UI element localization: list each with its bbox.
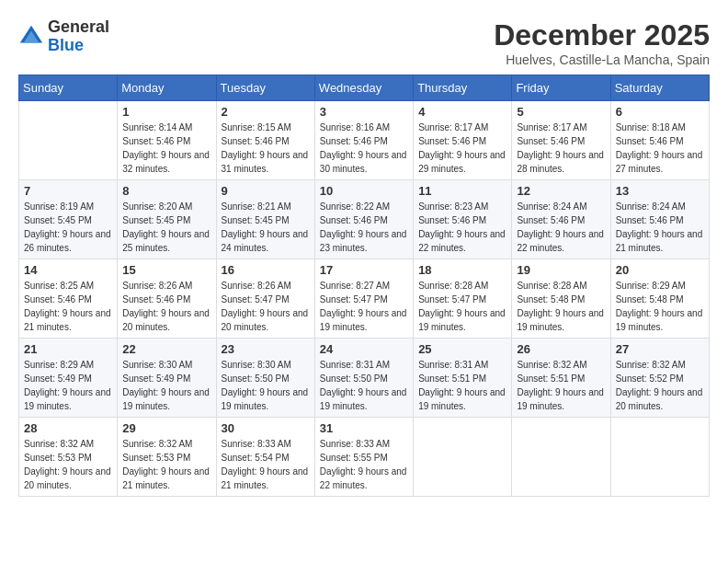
calendar-day-cell: 16Sunrise: 8:26 AMSunset: 5:47 PMDayligh… (216, 259, 314, 339)
calendar-day-cell: 20Sunrise: 8:29 AMSunset: 5:48 PMDayligh… (610, 259, 709, 339)
calendar-day-cell: 13Sunrise: 8:24 AMSunset: 5:46 PMDayligh… (610, 180, 709, 259)
calendar-day-cell: 14Sunrise: 8:25 AMSunset: 5:46 PMDayligh… (19, 259, 118, 339)
calendar-day-cell: 2Sunrise: 8:15 AMSunset: 5:46 PMDaylight… (216, 101, 314, 180)
day-info: Sunrise: 8:31 AMSunset: 5:51 PMDaylight:… (418, 358, 506, 413)
day-number: 19 (517, 263, 605, 277)
day-info: Sunrise: 8:29 AMSunset: 5:49 PMDaylight:… (24, 358, 112, 413)
day-number: 11 (418, 184, 506, 198)
day-number: 16 (222, 263, 310, 277)
day-number: 8 (122, 184, 210, 198)
day-info: Sunrise: 8:31 AMSunset: 5:50 PMDaylight:… (320, 358, 408, 413)
day-number: 20 (616, 263, 704, 277)
day-info: Sunrise: 8:26 AMSunset: 5:47 PMDaylight:… (222, 279, 310, 334)
day-number: 28 (24, 421, 112, 435)
day-number: 24 (320, 342, 408, 356)
calendar-header-row: SundayMondayTuesdayWednesdayThursdayFrid… (19, 75, 710, 101)
day-number: 22 (122, 342, 210, 356)
logo-text: General Blue (48, 18, 109, 55)
day-info: Sunrise: 8:25 AMSunset: 5:46 PMDaylight:… (24, 279, 112, 334)
calendar-day-cell: 26Sunrise: 8:32 AMSunset: 5:51 PMDayligh… (512, 339, 610, 418)
day-info: Sunrise: 8:23 AMSunset: 5:46 PMDaylight:… (418, 200, 506, 255)
calendar-day-cell: 21Sunrise: 8:29 AMSunset: 5:49 PMDayligh… (19, 339, 118, 418)
day-info: Sunrise: 8:16 AMSunset: 5:46 PMDaylight:… (320, 121, 408, 176)
day-number: 2 (222, 105, 310, 119)
calendar-day-cell: 6Sunrise: 8:18 AMSunset: 5:46 PMDaylight… (610, 101, 709, 180)
calendar-day-cell: 28Sunrise: 8:32 AMSunset: 5:53 PMDayligh… (19, 418, 118, 497)
day-number: 15 (122, 263, 210, 277)
day-number: 4 (418, 105, 506, 119)
calendar-week-row: 14Sunrise: 8:25 AMSunset: 5:46 PMDayligh… (19, 259, 710, 339)
day-info: Sunrise: 8:24 AMSunset: 5:46 PMDaylight:… (517, 200, 605, 255)
day-info: Sunrise: 8:15 AMSunset: 5:46 PMDaylight:… (222, 121, 310, 176)
calendar-day-cell: 15Sunrise: 8:26 AMSunset: 5:46 PMDayligh… (118, 259, 216, 339)
calendar-day-cell (610, 418, 709, 497)
calendar-day-cell: 22Sunrise: 8:30 AMSunset: 5:49 PMDayligh… (118, 339, 216, 418)
day-info: Sunrise: 8:27 AMSunset: 5:47 PMDaylight:… (320, 279, 408, 334)
day-number: 6 (616, 105, 704, 119)
day-info: Sunrise: 8:32 AMSunset: 5:53 PMDaylight:… (24, 437, 112, 492)
calendar-week-row: 7Sunrise: 8:19 AMSunset: 5:45 PMDaylight… (19, 180, 710, 259)
calendar-day-cell: 1Sunrise: 8:14 AMSunset: 5:46 PMDaylight… (118, 101, 216, 180)
day-number: 31 (320, 421, 408, 435)
calendar-day-cell: 29Sunrise: 8:32 AMSunset: 5:53 PMDayligh… (118, 418, 216, 497)
calendar-day-cell: 27Sunrise: 8:32 AMSunset: 5:52 PMDayligh… (610, 339, 709, 418)
day-number: 7 (24, 184, 112, 198)
calendar-day-cell: 31Sunrise: 8:33 AMSunset: 5:55 PMDayligh… (314, 418, 413, 497)
day-info: Sunrise: 8:14 AMSunset: 5:46 PMDaylight:… (122, 121, 210, 176)
calendar-day-cell: 8Sunrise: 8:20 AMSunset: 5:45 PMDaylight… (118, 180, 216, 259)
day-info: Sunrise: 8:28 AMSunset: 5:47 PMDaylight:… (418, 279, 506, 334)
day-info: Sunrise: 8:30 AMSunset: 5:49 PMDaylight:… (122, 358, 210, 413)
day-info: Sunrise: 8:20 AMSunset: 5:45 PMDaylight:… (122, 200, 210, 255)
calendar-day-cell: 30Sunrise: 8:33 AMSunset: 5:54 PMDayligh… (216, 418, 314, 497)
logo-icon (18, 24, 44, 50)
day-number: 13 (616, 184, 704, 198)
day-number: 9 (222, 184, 310, 198)
calendar-day-cell: 24Sunrise: 8:31 AMSunset: 5:50 PMDayligh… (314, 339, 413, 418)
calendar-day-cell: 18Sunrise: 8:28 AMSunset: 5:47 PMDayligh… (414, 259, 512, 339)
logo-blue-text: Blue (48, 36, 84, 54)
day-number: 29 (122, 421, 210, 435)
month-title: December 2025 (494, 18, 710, 52)
day-number: 14 (24, 263, 112, 277)
day-number: 5 (517, 105, 605, 119)
day-number: 25 (418, 342, 506, 356)
day-info: Sunrise: 8:17 AMSunset: 5:46 PMDaylight:… (418, 121, 506, 176)
day-info: Sunrise: 8:19 AMSunset: 5:45 PMDaylight:… (24, 200, 112, 255)
day-number: 27 (616, 342, 704, 356)
day-number: 21 (24, 342, 112, 356)
calendar-day-cell: 23Sunrise: 8:30 AMSunset: 5:50 PMDayligh… (216, 339, 314, 418)
day-number: 30 (222, 421, 310, 435)
calendar-day-cell (19, 101, 118, 180)
calendar-day-cell (414, 418, 512, 497)
calendar-day-cell: 17Sunrise: 8:27 AMSunset: 5:47 PMDayligh… (314, 259, 413, 339)
day-info: Sunrise: 8:24 AMSunset: 5:46 PMDaylight:… (616, 200, 704, 255)
day-info: Sunrise: 8:33 AMSunset: 5:55 PMDaylight:… (320, 437, 408, 492)
day-info: Sunrise: 8:18 AMSunset: 5:46 PMDaylight:… (616, 121, 704, 176)
day-info: Sunrise: 8:32 AMSunset: 5:52 PMDaylight:… (616, 358, 704, 413)
day-number: 10 (320, 184, 408, 198)
day-info: Sunrise: 8:17 AMSunset: 5:46 PMDaylight:… (517, 121, 605, 176)
day-info: Sunrise: 8:30 AMSunset: 5:50 PMDaylight:… (222, 358, 310, 413)
calendar-day-cell: 3Sunrise: 8:16 AMSunset: 5:46 PMDaylight… (314, 101, 413, 180)
calendar-day-cell: 19Sunrise: 8:28 AMSunset: 5:48 PMDayligh… (512, 259, 610, 339)
day-info: Sunrise: 8:32 AMSunset: 5:53 PMDaylight:… (122, 437, 210, 492)
calendar-week-row: 28Sunrise: 8:32 AMSunset: 5:53 PMDayligh… (19, 418, 710, 497)
calendar-day-cell: 11Sunrise: 8:23 AMSunset: 5:46 PMDayligh… (414, 180, 512, 259)
day-info: Sunrise: 8:32 AMSunset: 5:51 PMDaylight:… (517, 358, 605, 413)
calendar-day-cell: 9Sunrise: 8:21 AMSunset: 5:45 PMDaylight… (216, 180, 314, 259)
logo-general-text: General (48, 17, 109, 36)
day-of-week-header: Sunday (19, 75, 118, 101)
location: Huelves, Castille-La Mancha, Spain (494, 52, 710, 67)
day-of-week-header: Friday (512, 75, 610, 101)
day-of-week-header: Saturday (610, 75, 709, 101)
day-of-week-header: Tuesday (216, 75, 314, 101)
calendar-day-cell (512, 418, 610, 497)
day-info: Sunrise: 8:21 AMSunset: 5:45 PMDaylight:… (222, 200, 310, 255)
day-of-week-header: Monday (118, 75, 216, 101)
calendar-day-cell: 10Sunrise: 8:22 AMSunset: 5:46 PMDayligh… (314, 180, 413, 259)
day-info: Sunrise: 8:22 AMSunset: 5:46 PMDaylight:… (320, 200, 408, 255)
day-of-week-header: Thursday (414, 75, 512, 101)
calendar-week-row: 1Sunrise: 8:14 AMSunset: 5:46 PMDaylight… (19, 101, 710, 180)
page-header: General Blue December 2025 Huelves, Cast… (18, 18, 710, 67)
day-number: 12 (517, 184, 605, 198)
